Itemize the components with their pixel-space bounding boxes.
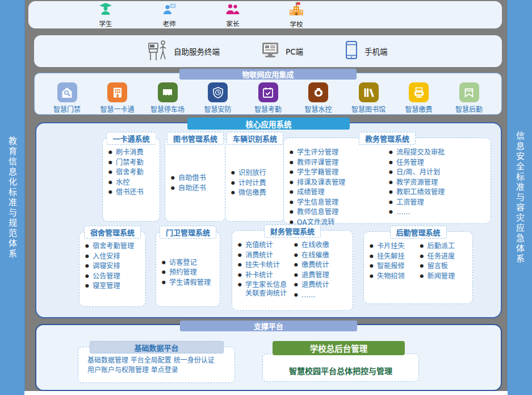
system-item: ●刷卡消费 xyxy=(108,148,155,157)
parking-icon xyxy=(158,82,178,102)
system-item: ●消费统计 xyxy=(238,251,292,260)
base-data-line: 用户账户与权限管理 单点登录 xyxy=(87,365,229,375)
system-box-columns: ●自助借书●自助还书 xyxy=(165,138,225,221)
right-standard-bar: 信息安全标准与容灾应急体系 xyxy=(507,0,532,395)
teacher-icon xyxy=(162,2,177,18)
base-data-platform-title: 基础数据平台 xyxy=(90,341,224,354)
system-item: ●在线收缴 xyxy=(294,241,348,250)
bullet-icon: ● xyxy=(370,262,374,271)
system-item: ●充值统计 xyxy=(238,241,292,250)
pc-icon xyxy=(261,41,280,61)
system-box: 教务管理系统●学生评分管理●教师评课管理●学生学籍管理●排课及课表管理●成绩管理… xyxy=(283,138,491,224)
user-role-label: 学生 xyxy=(99,19,112,28)
system-box: 门卫管理系统●访客登记●预约管理●学生请假管理 xyxy=(156,231,220,307)
base-data-platform-box: 基础数据平台 基础数据管理 平台全局配置 统一身份认证 用户账户与权限管理 单点… xyxy=(78,347,235,383)
bullet-icon: ● xyxy=(162,259,166,267)
system-item: ●挂失解挂 xyxy=(370,252,418,261)
student-icon xyxy=(98,2,113,18)
system-item-label: 在线收缴 xyxy=(301,241,329,250)
iot-item-label: 智慧门禁 xyxy=(53,104,81,114)
iot-item: 智慧门禁 xyxy=(49,82,85,114)
parents-icon xyxy=(225,2,240,18)
iot-item: 智慧后勤 xyxy=(451,82,487,114)
system-item-label: 缴费统计 xyxy=(301,261,329,269)
bullet-icon: ● xyxy=(370,252,374,261)
system-item-column: ●后勤派工●任务进度●留言板●新闻管理 xyxy=(420,242,468,300)
iot-item-label: 智慧缴费 xyxy=(405,104,432,114)
system-item-label: 智能报修 xyxy=(377,262,405,271)
library-icon xyxy=(359,82,379,102)
bullet-icon: ● xyxy=(294,261,298,269)
bullet-icon: ● xyxy=(238,241,242,250)
system-item: ●学生学籍管理 xyxy=(290,168,387,177)
iot-item-label: 智慧图书馆 xyxy=(351,104,386,114)
system-item-label: 退费统计 xyxy=(301,281,329,289)
terminal-item: 手机端 xyxy=(344,40,388,62)
system-item: ●退费管理 xyxy=(294,271,348,280)
system-item-label: 教师评课管理 xyxy=(297,159,338,167)
system-item-label: 学生请假管理 xyxy=(169,278,211,287)
system-box-columns: ●卡片挂失●挂失解挂●智能报修●失物招领●后勤派工●任务进度●留言板●新闻管理 xyxy=(364,232,472,303)
system-item-column: ●学生评分管理●教师评课管理●学生学籍管理●排课及课表管理●成绩管理●学生信息管… xyxy=(290,148,387,220)
iot-item: 智慧缴费 xyxy=(401,82,437,114)
bullet-icon: ● xyxy=(108,178,112,187)
system-item-column: ●访客登记●预约管理●学生请假管理 xyxy=(162,259,215,287)
system-item: ●学生家长信息关联查询统计 xyxy=(238,281,292,297)
door-access-icon xyxy=(57,82,77,102)
terminal-label: PC端 xyxy=(286,45,303,57)
kiosk-icon xyxy=(148,39,168,64)
system-item: ●教师评课管理 xyxy=(290,159,387,167)
bullet-icon: ● xyxy=(231,189,235,197)
system-item-column: ●识别放行●计时计费●微信缴费 xyxy=(231,169,280,197)
system-item: ●在线催缴 xyxy=(294,251,348,260)
iot-item: 智慧图书馆 xyxy=(351,82,386,114)
bullet-icon: ● xyxy=(238,281,242,297)
system-item: ●借书还书 xyxy=(108,188,155,197)
terminals-panel: 自助服务终端PC端手机端 xyxy=(34,35,502,67)
system-item: ●调寝安排 xyxy=(85,262,141,271)
system-item: ●任务管理 xyxy=(389,159,486,167)
school-admin-content: 智慧校园平台总体把控与管理 xyxy=(289,365,392,376)
iot-integration-panel: 物联网应用集成 智慧门禁智慧一卡通智慧停车场智慧安防智慧考勤智慧水控智慧图书馆智… xyxy=(34,73,502,115)
system-item: ●宿舍考勤管理 xyxy=(85,242,141,251)
bullet-icon: ● xyxy=(389,168,393,177)
school-icon xyxy=(288,2,304,19)
bullet-icon: ● xyxy=(238,271,242,280)
system-box-title: 财务管理系统 xyxy=(264,224,321,238)
user-roles-panel: 学生老师家长学校 xyxy=(28,1,502,28)
system-item-label: 门禁考勤 xyxy=(116,159,144,167)
system-item-column: ●卡片挂失●挂失解挂●智能报修●失物招领 xyxy=(370,242,418,300)
attendance-icon xyxy=(258,82,278,102)
bullet-icon: ● xyxy=(420,272,424,281)
system-box: 车辆识别系统●识别放行●计时计费●微信缴费 xyxy=(225,138,285,222)
system-item: ●流程提交及审批 xyxy=(389,148,486,157)
support-banner: 支撑平台 xyxy=(180,321,357,331)
system-item-label: 学生信息管理 xyxy=(297,198,338,207)
system-item-label: 微信缴费 xyxy=(238,189,266,197)
system-item: ●任务进度 xyxy=(420,252,468,261)
system-item-label: 借书还书 xyxy=(116,188,144,197)
system-item: ●水控 xyxy=(108,178,155,187)
bullet-icon: ● xyxy=(85,242,89,251)
system-item-column: ●宿舍考勤管理●入住安排●调寝安排●公告管理●寝室管理 xyxy=(85,242,141,303)
system-item-label: 后勤派工 xyxy=(427,242,455,251)
bullet-icon: ● xyxy=(389,208,393,217)
system-item: ●排课及课表管理 xyxy=(290,178,387,187)
right-standard-label: 信息安全标准与容灾应急体系 xyxy=(514,131,526,264)
system-item: ●退费统计 xyxy=(294,281,348,289)
iot-item-label: 智慧水控 xyxy=(304,104,332,114)
bullet-icon: ● xyxy=(162,268,166,277)
system-item-label: 预约管理 xyxy=(169,268,197,277)
system-item-label: 自助借书 xyxy=(178,174,206,182)
bullet-icon: ● xyxy=(290,178,294,187)
bullet-icon: ● xyxy=(370,242,374,251)
user-role-item: 学校 xyxy=(280,2,312,28)
system-box: 图书管理系统●自助借书●自助还书 xyxy=(165,138,226,222)
system-item-label: 教学资源管理 xyxy=(396,178,438,187)
system-item-label: 学生学籍管理 xyxy=(297,168,338,177)
bullet-icon: ● xyxy=(290,198,294,207)
system-item-label: 刷卡消费 xyxy=(116,148,144,157)
system-item: ●自助借书 xyxy=(171,174,221,182)
system-item: ●公告管理 xyxy=(85,272,141,281)
system-box-title: 宿舍管理系统 xyxy=(84,226,141,239)
